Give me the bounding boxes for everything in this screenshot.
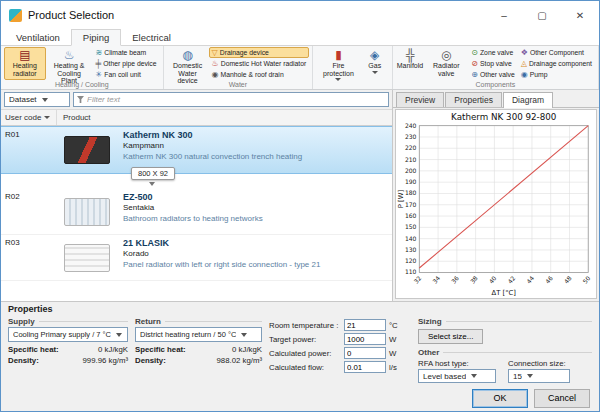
product-thumbnail [64,136,110,164]
product-selection-dialog: Product Selection – ▢ ✕ Ventilation Pipi… [0,0,600,412]
button-label: Domestic Hot Water radiator [221,60,307,67]
button-label: Other Component [530,49,584,56]
main-area: Dataset User code Product [1,90,599,301]
tab-piping[interactable]: Piping [71,29,121,46]
target-power-label: Target power: [269,335,341,344]
ribbon-group-water: ◍ Domestic Water device ▽ Drainage devic… [164,46,314,89]
chevron-down-icon [527,374,533,378]
svg-text:120: 120 [405,257,417,264]
target-power-input[interactable] [344,333,386,345]
fan-coil-unit-button[interactable]: ✳ Fan coil unit [93,69,160,80]
table-row[interactable]: R02 EZ-500 Sentakia Bathroom radiators t… [1,189,392,235]
svg-text:240: 240 [405,122,417,129]
group-divider [39,321,128,322]
calculated-power-input[interactable] [344,347,386,359]
sizing-other-column: Sizing Select size... Other RFA host typ… [418,316,592,383]
svg-text:200: 200 [405,167,417,174]
room-temperature-input[interactable] [344,319,386,331]
table-row[interactable]: R03 21 KLASIK Korado Panel radiator with… [1,235,392,281]
app-icon [9,9,22,22]
group-divider [165,321,262,322]
product-rows: R01 Katherm NK 300 Kampmann Katherm NK 3… [1,126,392,301]
other-valve-button[interactable]: ⊕ Other valve [468,69,517,80]
product-thumbnail [64,244,110,272]
button-label: Stop valve [480,60,512,67]
heating-radiator-button[interactable]: ▤ Heating radiator [4,47,46,80]
heating-cooling-plant-button[interactable]: ♨ Heating & Cooling Plant [46,47,93,80]
other-component-button[interactable]: ❖ Other Component [518,47,595,58]
product-list-pane: Dataset User code Product [1,90,393,301]
climate-beam-icon: ≋ [96,49,103,57]
dataset-select[interactable]: Dataset [4,92,70,107]
ribbon-group-label: Heating / Cooling [4,80,160,89]
cancel-button[interactable]: Cancel [534,389,590,408]
zone-valve-icon: ⊙ [471,49,478,57]
thumbnail-cell [57,189,117,234]
column-header-user-code[interactable]: User code [1,110,57,125]
domestic-water-device-button[interactable]: ◍ Domestic Water device [167,47,209,80]
thumbnail-cell [57,235,117,280]
product-manufacturer: Sentakia [123,203,388,212]
gas-button[interactable]: ◈ Gas [361,47,389,80]
button-label: Drainage device [220,49,269,56]
drainage-device-icon: ▽ [212,49,218,57]
tab-diagram[interactable]: Diagram [503,92,553,108]
size-tag[interactable]: 800 X 92 [131,167,175,180]
column-header-product[interactable]: Product [57,110,392,125]
product-title: Katherm NK 300 [123,130,388,140]
manhole-roof-drain-button[interactable]: ◉ Manhole & roof drain [209,69,310,80]
stop-valve-button[interactable]: ⊘ Stop valve [468,58,517,69]
specific-heat-label: Specific heat: [8,345,59,354]
tab-preview[interactable]: Preview [396,92,444,107]
domestic-hot-water-radiator-button[interactable]: ♨ Domestic Hot Water radiator [209,58,310,69]
ok-button[interactable]: OK [472,389,528,408]
rfa-host-type-select[interactable]: Level based [418,369,496,383]
return-select[interactable]: District heating return / 50 °C [135,327,262,342]
tab-ventilation[interactable]: Ventilation [5,30,71,45]
connection-size-select[interactable]: 15 [508,369,570,383]
domestic-hot-water-radiator-icon: ♨ [212,60,219,68]
product-description: Katherm NK 300 natural convection trench… [123,152,388,161]
drainage-device-button[interactable]: ▽ Drainage device [209,47,310,58]
tab-properties[interactable]: Properties [445,92,502,107]
calculated-flow-input[interactable] [344,361,386,373]
filter-box [73,92,389,107]
unit-label: W [389,335,403,344]
chevron-down-icon [149,182,155,186]
group-divider [446,321,592,322]
maximize-button[interactable]: ▢ [523,1,561,29]
product-info: 21 KLASIK Korado Panel radiator with lef… [117,235,392,280]
specific-heat-value: 0 kJ/kgK [232,345,262,354]
other-pipe-device-button[interactable]: ╪ Other pipe device [93,58,160,69]
gas-icon: ◈ [370,49,379,62]
window-controls: – ▢ ✕ [485,1,599,29]
thumbnail-cell [57,127,117,173]
chevron-down-icon [241,333,247,337]
button-label: Manifold [397,62,423,70]
close-button[interactable]: ✕ [561,1,599,29]
select-size-button[interactable]: Select size... [418,329,483,344]
drainage-component-button[interactable]: ◬ Drainage component [518,58,595,69]
radiator-valve-button[interactable]: ◎ Radiator valve [424,47,468,80]
climate-beam-button[interactable]: ≋ Climate beam [93,47,160,58]
product-code: R02 [1,189,57,234]
manifold-button[interactable]: ╬ Manifold [396,47,425,80]
svg-text:P [W]: P [W] [397,190,405,209]
product-info: EZ-500 Sentakia Bathroom radiators to he… [117,189,392,234]
pump-button[interactable]: ◉ Pump [518,69,595,80]
table-row[interactable]: R01 Katherm NK 300 Kampmann Katherm NK 3… [1,126,392,174]
minimize-button[interactable]: – [485,1,523,29]
column-label: User code [5,113,41,122]
button-label: Other valve [480,71,515,78]
supply-select[interactable]: Cooling Primary supply / 7 °C [8,327,128,342]
titlebar: Product Selection – ▢ ✕ [1,1,599,29]
button-label: Fan coil unit [104,71,141,78]
calculated-power-label: Calculated power: [269,349,341,358]
density-value: 988.02 kg/m³ [216,356,262,365]
button-label: Fire protection [319,62,357,77]
zone-valve-button[interactable]: ⊙ Zone valve [468,47,517,58]
tab-electrical[interactable]: Electrical [121,30,182,45]
fire-protection-button[interactable]: ▮ Fire protection [316,47,360,80]
heating-cooling-plant-icon: ♨ [64,49,75,62]
filter-input[interactable] [87,95,385,104]
